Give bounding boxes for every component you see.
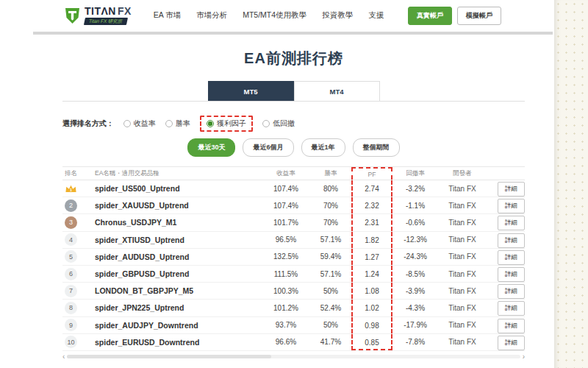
rank-badge: 1 2 — [65, 199, 77, 212]
nav-link[interactable]: 支援 — [368, 10, 384, 21]
col-rank: 排名 — [62, 169, 95, 178]
main-nav: EA 市場市場分析MT5/MT4使用教學投資教學支援 — [154, 10, 384, 21]
period-pill[interactable]: 最近30天 — [187, 138, 235, 157]
site-header: TITΛNFX Titan FX 研究所 EA 市場市場分析MT5/MT4使用教… — [0, 0, 554, 31]
titanfx-logo[interactable]: TITΛNFX Titan FX 研究所 — [65, 6, 132, 25]
return-value: 93.7% — [262, 321, 310, 329]
winrate-value: 57.1% — [310, 236, 351, 244]
period-pill[interactable]: 整個期間 — [353, 138, 400, 157]
rank-method-radio[interactable]: 勝率 — [165, 118, 190, 129]
table-row: 1 7 LONDON_BT_GBPJPY_M5 100.3% 50% 1.08 … — [62, 283, 525, 300]
ea-name[interactable]: LONDON_BT_GBPJPY_M5 — [95, 286, 262, 295]
radio-label: 低回撤 — [273, 118, 295, 129]
nav-link[interactable]: 投資教學 — [322, 10, 353, 21]
return-value: 101.7% — [262, 219, 310, 227]
winrate-value: 50% — [310, 287, 351, 295]
table-row: 1 3 Chronus_USDJPY_M1 101.7% 70% 2.31 -0… — [62, 214, 525, 231]
rank-method-label: 選擇排名方式： — [62, 118, 114, 129]
content-card: EA前測排行榜 MT5MT4 選擇排名方式： 收益率 勝率 — [33, 35, 554, 368]
detail-button[interactable]: 詳細 — [498, 301, 525, 316]
developer-name: Titan FX — [438, 270, 487, 278]
winrate-value: 41.7% — [310, 338, 351, 346]
drawdown-value: -1.1% — [392, 202, 438, 210]
detail-button[interactable]: 詳細 — [498, 216, 525, 230]
pf-value: 0.98 — [351, 317, 392, 333]
radio-label: 勝率 — [176, 118, 190, 129]
table-row: 1 2 spider_XAUUSD_Uptrend 107.4% 70% 2.3… — [62, 197, 525, 214]
developer-name: Titan FX — [438, 321, 487, 329]
winrate-value: 52.4% — [310, 304, 351, 312]
rank-method-radio[interactable]: 獲利因子 — [200, 116, 253, 132]
drawdown-value: -24.3% — [392, 252, 438, 261]
rank-method-row: 選擇排名方式： 收益率 勝率 獲利因子 — [62, 116, 525, 132]
ea-name[interactable]: Chronus_USDJPY_M1 — [95, 218, 262, 227]
pf-value: 0.85 — [351, 334, 392, 350]
detail-button[interactable]: 詳細 — [498, 199, 525, 213]
ea-name[interactable]: spider_AUDJPY_Downtrend — [95, 321, 262, 330]
pf-value: 1.27 — [351, 249, 392, 265]
table-horizontal-scrollbar: ‹ › — [62, 353, 525, 360]
rank-badge: 1 8 — [65, 302, 77, 314]
rank-badge: 1 4 — [65, 233, 77, 246]
pf-value: 2.32 — [351, 197, 392, 213]
scrollbar-track[interactable] — [67, 355, 520, 358]
winrate-value: 70% — [310, 219, 351, 227]
rank-method-radio[interactable]: 低回撤 — [262, 118, 295, 129]
radio-label: 收益率 — [134, 118, 156, 129]
nav-link[interactable]: EA 市場 — [154, 10, 181, 21]
detail-button[interactable]: 詳細 — [498, 267, 525, 282]
developer-name: Titan FX — [438, 252, 487, 261]
rank-badge: 1 1 — [65, 183, 77, 195]
nav-link[interactable]: 市場分析 — [196, 10, 227, 21]
developer-name: Titan FX — [438, 287, 487, 295]
platform-tab[interactable]: MT4 — [294, 81, 380, 101]
detail-button[interactable]: 詳細 — [498, 284, 525, 299]
period-pill[interactable]: 最近1年 — [301, 138, 345, 157]
decorative-dot-background — [554, 0, 588, 368]
scroll-left-arrow-icon[interactable]: ‹ — [62, 353, 65, 360]
drawdown-value: -17.9% — [392, 321, 438, 329]
rank-badge: 1 3 — [65, 216, 77, 229]
return-value: 101.2% — [262, 304, 310, 312]
platform-tab[interactable]: MT5 — [208, 81, 294, 101]
ea-name[interactable]: spider_EURUSD_Downtrend — [95, 338, 262, 347]
real-account-button[interactable]: 真實帳戶 — [408, 7, 452, 25]
svg-text:1: 1 — [70, 187, 72, 191]
table-row: 1 4 spider_XTIUSD_Uptrend 96.5% 57.1% 1.… — [62, 232, 525, 249]
detail-button[interactable]: 詳細 — [498, 319, 525, 333]
period-pill[interactable]: 最近6個月 — [243, 138, 293, 157]
return-value: 96.6% — [262, 338, 310, 346]
developer-name: Titan FX — [438, 236, 487, 244]
rank-method-radio[interactable]: 收益率 — [123, 118, 156, 129]
shield-logo-icon — [65, 7, 80, 24]
winrate-value: 57.1% — [310, 270, 351, 278]
detail-button[interactable]: 詳細 — [498, 182, 525, 197]
detail-button[interactable]: 詳細 — [498, 336, 525, 350]
pf-value: 1.08 — [351, 283, 392, 299]
return-value: 111.5% — [262, 270, 310, 278]
ea-name[interactable]: spider_JPN225_Uptrend — [95, 303, 262, 312]
pf-value: 2.74 — [351, 180, 392, 197]
ea-name[interactable]: spider_XTIUSD_Uptrend — [95, 236, 262, 244]
demo-account-button[interactable]: 模擬帳戶 — [457, 7, 501, 25]
ea-name[interactable]: spider_XAUUSD_Uptrend — [95, 201, 262, 210]
ea-name[interactable]: spider_US500_Uptrend — [95, 184, 262, 193]
table-body: 1 1 spider_US500_Uptrend 107.4% 80% 2.74… — [62, 180, 525, 351]
ea-name[interactable]: spider_AUDUSD_Uptrend — [95, 252, 262, 261]
radio-icon — [262, 120, 270, 127]
col-name: EA名稱・適用交易品種 — [95, 169, 262, 178]
ea-name[interactable]: spider_GBPUSD_Uptrend — [95, 269, 262, 278]
return-value: 96.5% — [262, 236, 310, 244]
scrollbar-thumb[interactable] — [67, 355, 270, 358]
rank-badge: 1 9 — [65, 319, 77, 331]
table-row: 1 9 spider_AUDJPY_Downtrend 93.7% 50% 0.… — [62, 317, 525, 334]
detail-button[interactable]: 詳細 — [498, 250, 525, 265]
scroll-right-arrow-icon[interactable]: › — [523, 353, 525, 360]
table-row: 1 10 spider_EURUSD_Downtrend 96.6% 41.7%… — [62, 334, 525, 351]
nav-link[interactable]: MT5/MT4使用教學 — [243, 10, 306, 21]
crown-icon: 1 — [65, 183, 77, 194]
table-row: 1 8 spider_JPN225_Uptrend 101.2% 52.4% 1… — [62, 300, 525, 316]
detail-button[interactable]: 詳細 — [498, 233, 525, 248]
return-value: 107.4% — [262, 202, 310, 210]
table-header-row: 排名 EA名稱・適用交易品種 收益率 勝率 PF 回撤率 開發者 — [62, 166, 525, 180]
